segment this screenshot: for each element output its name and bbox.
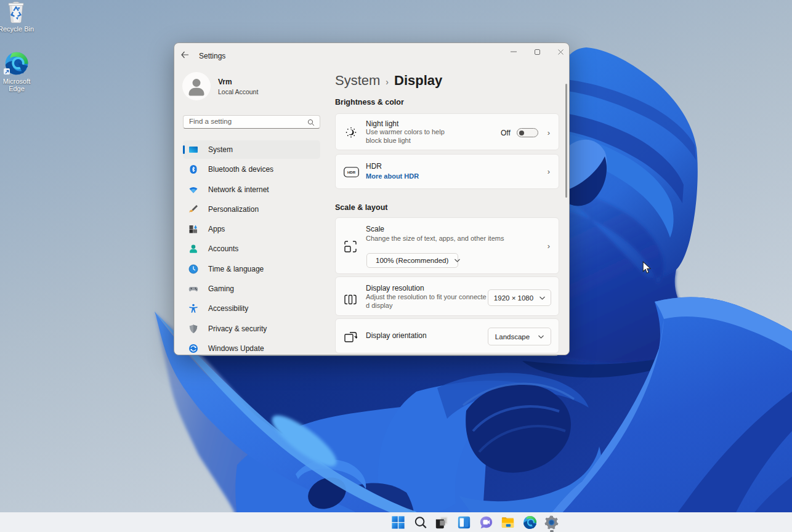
svg-text:HDR: HDR: [347, 171, 356, 174]
